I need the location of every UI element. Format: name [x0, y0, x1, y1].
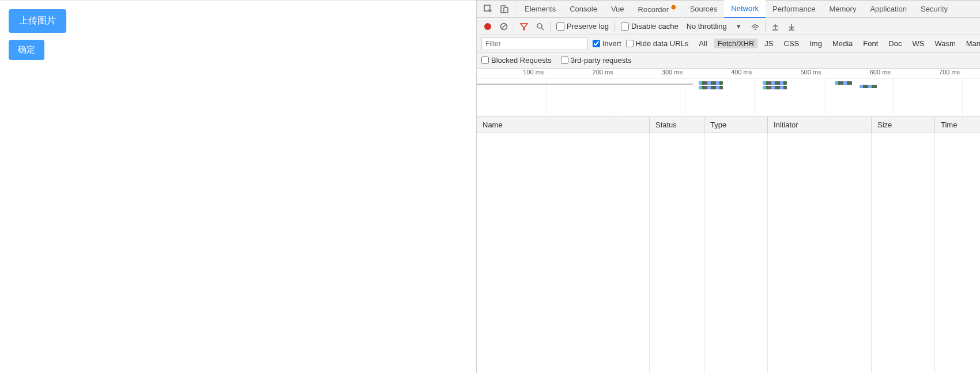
svg-point-8 [754, 28, 756, 30]
tick-400: 400 ms [731, 69, 754, 76]
network-filterbar: Invert Hide data URLs All Fetch/XHR JS C… [477, 35, 980, 52]
throttling-dropdown[interactable]: No throttling [684, 22, 729, 31]
col-initiator[interactable]: Initiator [768, 117, 872, 133]
third-party-checkbox[interactable]: 3rd-party requests [561, 56, 632, 65]
tab-security[interactable]: Security [914, 1, 955, 18]
col-time[interactable]: Time [935, 117, 980, 133]
filter-icon[interactable] [518, 22, 530, 31]
col-size[interactable]: Size [872, 117, 935, 133]
chip-all[interactable]: All [695, 39, 710, 48]
clear-icon[interactable] [497, 22, 510, 31]
chip-media[interactable]: Media [829, 39, 856, 48]
svg-point-6 [537, 24, 542, 28]
col-name[interactable]: Name [477, 117, 650, 133]
chip-ws[interactable]: WS [909, 39, 928, 48]
tab-sources[interactable]: Sources [683, 1, 725, 18]
tick-300: 300 ms [662, 69, 685, 76]
tab-performance[interactable]: Performance [766, 1, 822, 18]
disable-cache-checkbox[interactable]: Disable cache [619, 22, 681, 31]
tick-700: 700 ms [939, 69, 962, 76]
col-status[interactable]: Status [650, 117, 704, 133]
svg-line-5 [502, 24, 506, 29]
devtools-tabstrip: Elements Console Vue Recorder ⬣ Sources … [477, 1, 980, 18]
hide-data-urls-checkbox[interactable]: Hide data URLs [626, 39, 689, 48]
request-table-body [477, 133, 980, 373]
chip-wasm[interactable]: Wasm [931, 39, 959, 48]
request-table-header: Name Status Type Initiator Size Time [477, 117, 980, 133]
svg-rect-2 [504, 7, 508, 13]
chip-js[interactable]: JS [761, 39, 777, 48]
chip-font[interactable]: Font [860, 39, 881, 48]
svg-line-7 [541, 28, 544, 30]
type-filter-chips: All Fetch/XHR JS CSS Img Media Font Doc … [695, 39, 980, 48]
chip-img[interactable]: Img [806, 39, 826, 48]
experimental-icon: ⬣ [671, 4, 676, 10]
device-toolbar-icon[interactable] [496, 5, 512, 14]
col-type[interactable]: Type [704, 117, 768, 133]
tab-memory[interactable]: Memory [822, 1, 863, 18]
chip-fetch-xhr[interactable]: Fetch/XHR [714, 39, 758, 48]
tick-100: 100 ms [523, 69, 546, 76]
chip-doc[interactable]: Doc [885, 39, 905, 48]
web-page: 上传图片 确定 [0, 0, 476, 373]
tab-recorder[interactable]: Recorder ⬣ [631, 0, 683, 19]
confirm-button[interactable]: 确定 [9, 40, 44, 60]
svg-point-3 [484, 23, 491, 30]
import-har-icon[interactable] [769, 22, 782, 31]
tab-application[interactable]: Application [863, 1, 914, 18]
chip-manifest[interactable]: Manifest [963, 39, 980, 48]
preserve-log-checkbox[interactable]: Preserve log [554, 22, 611, 31]
tab-vue[interactable]: Vue [604, 1, 631, 18]
blocked-requests-checkbox[interactable]: Blocked Requests [481, 56, 552, 65]
export-har-icon[interactable] [785, 22, 798, 31]
network-toolbar: Preserve log Disable cache No throttling… [477, 18, 980, 35]
tab-network[interactable]: Network [724, 0, 766, 18]
record-icon[interactable] [481, 22, 494, 31]
timeline-ruler: 100 ms 200 ms 300 ms 400 ms 500 ms 600 m… [477, 69, 980, 79]
chip-css[interactable]: CSS [781, 39, 803, 48]
invert-checkbox[interactable]: Invert [593, 39, 621, 48]
tick-500: 500 ms [800, 69, 823, 76]
timeline-overview[interactable]: 100 ms 200 ms 300 ms 400 ms 500 ms 600 m… [477, 69, 980, 117]
tick-600: 600 ms [870, 69, 893, 76]
search-icon[interactable] [534, 22, 546, 31]
devtools-panel: Elements Console Vue Recorder ⬣ Sources … [476, 0, 980, 373]
network-filterbar-2: Blocked Requests 3rd-party requests [477, 52, 980, 69]
inspect-element-icon[interactable] [480, 5, 496, 14]
chevron-down-icon[interactable]: ▾ [733, 22, 745, 31]
tick-200: 200 ms [593, 69, 616, 76]
upload-image-button[interactable]: 上传图片 [9, 9, 66, 33]
tab-elements[interactable]: Elements [518, 1, 563, 18]
filter-input[interactable] [481, 37, 588, 50]
network-conditions-icon[interactable] [749, 22, 762, 31]
request-table: Name Status Type Initiator Size Time [477, 117, 980, 373]
tab-console[interactable]: Console [563, 1, 604, 18]
